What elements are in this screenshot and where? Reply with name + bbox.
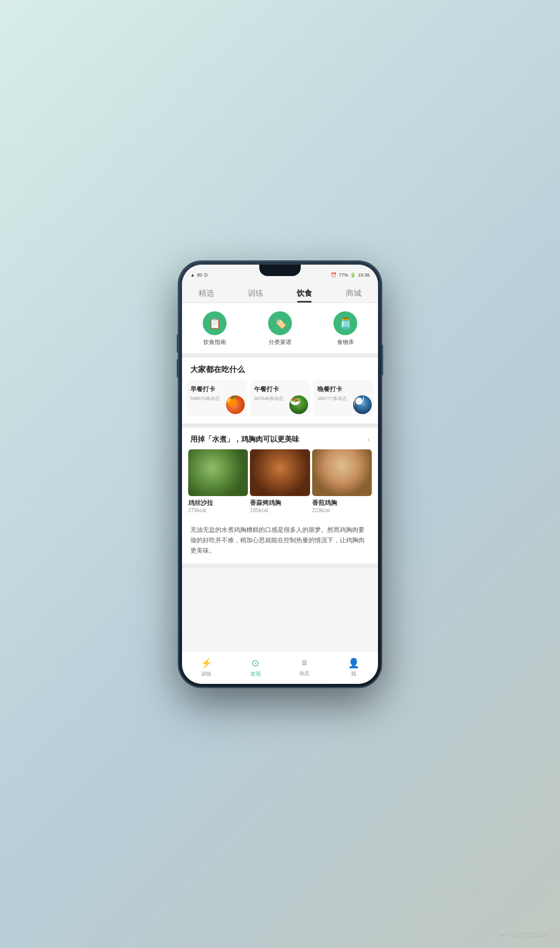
garlic-chicken-image: [250, 449, 310, 496]
nav-item-me[interactable]: 👤 我: [329, 651, 379, 684]
tab-xunlian[interactable]: 训练: [231, 285, 281, 303]
lunch-title: 午餐打卡: [254, 385, 306, 394]
section-divider-1: [182, 353, 378, 358]
salad-image: [188, 449, 248, 496]
battery-icon: 🔋: [350, 272, 356, 278]
article-header[interactable]: 用掉「水煮」，鸡胸肉可以更美味 ›: [182, 428, 378, 449]
pan-chicken-image: [312, 449, 372, 496]
section-divider-2: [182, 423, 378, 428]
meal-cards-row: 早餐打卡 598570条动态 🍊 午餐打卡 387649条动态 🥗: [182, 380, 378, 423]
screen-content: ▲ 80 D ⏰ 77% 🔋 15:36 精选 训练: [182, 265, 378, 684]
training-icon: ⚡: [201, 657, 212, 669]
nav-item-discover[interactable]: ⊙ 发现: [231, 651, 281, 684]
garlic-chicken-cal: 185kcal: [250, 507, 310, 513]
food-library-label: 食物库: [337, 338, 354, 346]
category-diet-guide[interactable]: 📋 饮食指南: [182, 311, 247, 346]
category-row: 📋 饮食指南 🏷️ 分类菜谱 🫙 食物库: [182, 303, 378, 353]
meal-card-lunch[interactable]: 午餐打卡 387649条动态 🥗: [250, 380, 311, 416]
garlic-chicken-name: 香蒜烤鸡胸: [250, 499, 310, 507]
status-left: ▲ 80 D: [190, 272, 207, 278]
discover-label: 发现: [250, 670, 261, 678]
category-recipes[interactable]: 🏷️ 分类菜谱: [247, 311, 313, 346]
food-grid: 鸡丝沙拉 279kcal 香蒜烤鸡胸 185kcal 香煎鸡胸 223kcal: [182, 449, 378, 519]
training-label: 训练: [201, 670, 212, 678]
breakfast-image: 🍊: [226, 395, 245, 414]
signal-strength: 80: [197, 272, 202, 278]
meal-card-dinner[interactable]: 晚餐打卡 380777条动态 🍽️: [313, 380, 374, 416]
breakfast-title: 早餐打卡: [190, 385, 243, 394]
tab-yinshi[interactable]: 饮食: [280, 285, 329, 303]
section-divider-3: [182, 564, 378, 568]
pan-chicken-cal: 223kcal: [312, 507, 372, 513]
food-item-salad[interactable]: 鸡丝沙拉 279kcal: [188, 449, 248, 513]
battery-level: 77%: [339, 272, 348, 278]
diet-guide-icon: 📋: [203, 311, 227, 335]
status-right: ⏰ 77% 🔋 15:36: [331, 272, 370, 278]
lunch-image: 🥗: [289, 395, 308, 414]
category-food-library[interactable]: 🫙 食物库: [313, 311, 378, 346]
wifi-icon: ▲: [190, 272, 195, 278]
watermark: ⊕ 手机软件资源局: [499, 929, 550, 938]
salad-name: 鸡丝沙拉: [188, 499, 248, 507]
notch: [259, 265, 301, 276]
tab-shangcheng[interactable]: 商城: [329, 285, 379, 303]
food-item-garlic-chicken[interactable]: 香蒜烤鸡胸 185kcal: [250, 449, 310, 513]
volume-up-button[interactable]: [177, 334, 179, 353]
me-icon: 👤: [348, 657, 359, 669]
recipes-icon: 🏷️: [268, 311, 292, 335]
nav-item-training[interactable]: ⚡ 训练: [182, 651, 231, 684]
feed-label: 动态: [299, 670, 310, 677]
article-title: 用掉「水煮」，鸡胸肉可以更美味: [190, 435, 299, 444]
phone-frame: ▲ 80 D ⏰ 77% 🔋 15:36 精选 训练: [179, 262, 381, 687]
clock: 15:36: [358, 272, 370, 278]
nav-item-feed[interactable]: ≡ 动态: [280, 651, 329, 684]
article-body: 无油无盐的水煮鸡胸糟糕的口感是很多人的噩梦。然而鸡胸肉要做的好吃并不难，稍加心思…: [182, 519, 378, 564]
me-label: 我: [351, 670, 356, 678]
food-library-icon: 🫙: [333, 311, 357, 335]
chevron-right-icon: ›: [367, 435, 370, 444]
volume-down-button[interactable]: [177, 359, 179, 378]
section-what-eating: 大家都在吃什么: [182, 358, 378, 380]
dinner-title: 晚餐打卡: [317, 385, 370, 394]
feed-icon: ≡: [302, 657, 307, 668]
alarm-icon: ⏰: [331, 272, 337, 278]
power-button[interactable]: [381, 345, 383, 376]
salad-cal: 279kcal: [188, 507, 248, 513]
bottom-nav: ⚡ 训练 ⊙ 发现 ≡ 动态 👤 我: [182, 651, 378, 684]
pan-chicken-name: 香煎鸡胸: [312, 499, 372, 507]
top-tab-bar: 精选 训练 饮食 商城: [182, 281, 378, 303]
main-content: 📋 饮食指南 🏷️ 分类菜谱 🫙 食物库 大家都在吃什么: [182, 303, 378, 651]
dinner-image: 🍽️: [353, 395, 372, 414]
diet-guide-label: 饮食指南: [203, 338, 226, 346]
meal-card-breakfast[interactable]: 早餐打卡 598570条动态 🍊: [186, 380, 247, 416]
data-icon: D: [204, 272, 208, 278]
food-item-pan-chicken[interactable]: 香煎鸡胸 223kcal: [312, 449, 372, 513]
discover-icon: ⊙: [251, 657, 259, 669]
phone-screen: ▲ 80 D ⏰ 77% 🔋 15:36 精选 训练: [182, 265, 378, 684]
recipes-label: 分类菜谱: [269, 338, 291, 346]
tab-jingxuan[interactable]: 精选: [182, 285, 231, 303]
